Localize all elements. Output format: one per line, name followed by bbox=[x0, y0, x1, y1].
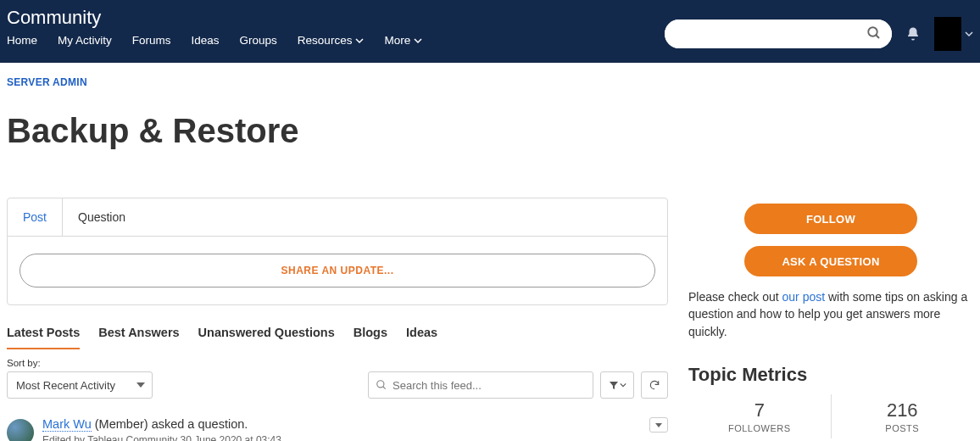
breadcrumb-link[interactable]: SERVER ADMIN bbox=[7, 76, 87, 88]
refresh-icon bbox=[649, 379, 660, 391]
posts-metric: 216 POSTS bbox=[831, 394, 974, 438]
follow-button[interactable]: FOLLOW bbox=[744, 204, 917, 234]
search-icon bbox=[376, 379, 387, 391]
feed-tab-unanswered-questions[interactable]: Unanswered Questions bbox=[198, 326, 335, 349]
feed-tab-best-answers[interactable]: Best Answers bbox=[98, 326, 179, 349]
feed-post: Mark Wu (Member) asked a question. Edite… bbox=[7, 417, 668, 441]
nav-item-resources[interactable]: Resources bbox=[298, 34, 365, 47]
svg-point-0 bbox=[868, 27, 877, 36]
brand-title: Community bbox=[7, 7, 422, 32]
search-icon bbox=[866, 25, 882, 41]
ask-question-button[interactable]: ASK A QUESTION bbox=[744, 246, 917, 276]
compose-box: PostQuestion SHARE AN UPDATE... bbox=[7, 198, 668, 305]
avatar bbox=[934, 17, 961, 51]
user-menu[interactable] bbox=[934, 17, 973, 51]
filter-icon bbox=[609, 380, 619, 390]
top-bar: Community HomeMy ActivityForumsIdeasGrou… bbox=[0, 0, 980, 63]
sort-label: Sort by: bbox=[7, 358, 41, 368]
sidebar: FOLLOW ASK A QUESTION Please check out o… bbox=[668, 76, 973, 441]
followers-metric: 7 FOLLOWERS bbox=[688, 394, 831, 438]
feed-search[interactable] bbox=[368, 371, 593, 399]
feed-tabs: Latest PostsBest AnswersUnanswered Quest… bbox=[7, 326, 668, 349]
nav-item-more[interactable]: More bbox=[384, 34, 422, 47]
chevron-down-icon bbox=[355, 36, 364, 45]
primary-nav: HomeMy ActivityForumsIdeasGroupsResource… bbox=[7, 32, 422, 47]
metrics-heading: Topic Metrics bbox=[688, 364, 973, 386]
chevron-down-icon bbox=[655, 423, 662, 427]
breadcrumb: SERVER ADMIN bbox=[7, 76, 668, 88]
nav-item-ideas[interactable]: Ideas bbox=[192, 34, 220, 47]
nav-item-forums[interactable]: Forums bbox=[132, 34, 171, 47]
post-headline: Mark Wu (Member) asked a question. bbox=[42, 417, 668, 431]
tip-text: Please check out our post with some tips… bbox=[688, 288, 973, 340]
compose-tab-question[interactable]: Question bbox=[63, 198, 141, 236]
svg-line-1 bbox=[876, 35, 879, 38]
sort-select[interactable]: Most Recent Activity bbox=[7, 371, 153, 399]
chevron-down-icon bbox=[965, 30, 973, 38]
post-meta: Edited by Tableau Community 30 June 2020… bbox=[42, 434, 668, 441]
post-menu-button[interactable] bbox=[649, 417, 668, 433]
notifications-icon[interactable] bbox=[905, 26, 921, 42]
compose-tab-post[interactable]: Post bbox=[8, 198, 63, 236]
feed-tab-blogs[interactable]: Blogs bbox=[354, 326, 387, 349]
feed-tab-ideas[interactable]: Ideas bbox=[406, 326, 437, 349]
filter-button[interactable] bbox=[600, 371, 634, 399]
feed-search-input[interactable] bbox=[393, 379, 586, 392]
global-search[interactable] bbox=[665, 20, 892, 48]
page-title: Backup & Restore bbox=[7, 112, 668, 150]
avatar[interactable] bbox=[7, 419, 34, 441]
share-update-button[interactable]: SHARE AN UPDATE... bbox=[19, 254, 655, 287]
tip-link[interactable]: our post bbox=[782, 290, 826, 304]
sort-value: Most Recent Activity bbox=[16, 379, 115, 392]
svg-line-3 bbox=[383, 387, 386, 389]
svg-point-2 bbox=[377, 381, 384, 388]
nav-item-my-activity[interactable]: My Activity bbox=[58, 34, 112, 47]
feed-tab-latest-posts[interactable]: Latest Posts bbox=[7, 326, 80, 349]
chevron-down-icon bbox=[620, 382, 626, 388]
nav-item-groups[interactable]: Groups bbox=[240, 34, 277, 47]
author-link[interactable]: Mark Wu bbox=[42, 417, 92, 432]
refresh-button[interactable] bbox=[641, 371, 668, 399]
chevron-down-icon bbox=[136, 382, 145, 388]
nav-item-home[interactable]: Home bbox=[7, 34, 37, 47]
metrics: 7 FOLLOWERS 216 POSTS bbox=[688, 394, 973, 438]
chevron-down-icon bbox=[414, 36, 422, 45]
global-search-input[interactable] bbox=[665, 20, 892, 48]
